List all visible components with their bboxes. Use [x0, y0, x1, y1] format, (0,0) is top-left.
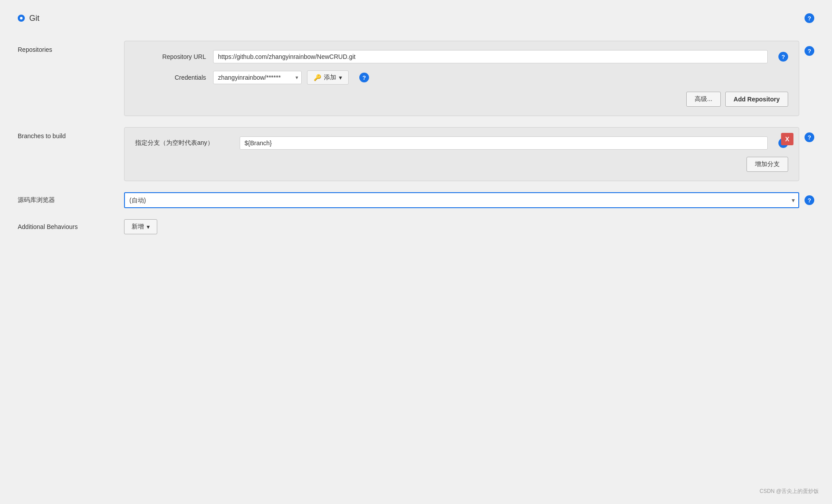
source-browser-select[interactable]: (自动)	[124, 192, 799, 208]
git-radio[interactable]	[18, 15, 25, 22]
branch-specifier-label: 指定分支（为空时代表any）	[135, 139, 233, 147]
credentials-select-wrapper: zhangyinrainbow/****** ▾	[213, 71, 302, 84]
page-title: Git	[29, 14, 39, 23]
branches-content: X 指定分支（为空时代表any） ? 增加分支	[124, 127, 799, 181]
repositories-content: Repository URL ? Credentials zhangyinrai…	[124, 41, 799, 116]
branches-section: Branches to build X 指定分支（为空时代表any） ? 增加分…	[18, 127, 814, 181]
credentials-label: Credentials	[135, 74, 206, 81]
git-title-row: Git	[18, 14, 39, 23]
page-header: Git ?	[18, 9, 814, 27]
add-credentials-arrow: ▾	[339, 74, 342, 81]
source-browser-label: 源码库浏览器	[18, 196, 124, 204]
repository-url-row: Repository URL ?	[135, 50, 788, 63]
watermark: CSDN @舌尖上的蛋炒饭	[759, 488, 819, 495]
repository-url-input[interactable]	[213, 50, 768, 63]
credentials-select[interactable]: zhangyinrainbow/******	[213, 71, 302, 84]
additional-behaviours-section: Additional Behaviours 新增 ▾	[18, 219, 814, 234]
delete-branch-button[interactable]: X	[781, 133, 793, 145]
source-browser-section: 源码库浏览器 (自动) ▾ ?	[18, 192, 814, 208]
branches-help-icon[interactable]: ?	[805, 132, 814, 142]
branch-button-group: 增加分支	[135, 157, 788, 172]
repo-url-help-icon[interactable]: ?	[778, 52, 788, 62]
repo-url-label: Repository URL	[135, 53, 206, 60]
new-behaviour-label: 新增	[132, 223, 144, 231]
repositories-help: ?	[805, 41, 814, 56]
new-behaviour-arrow: ▾	[147, 223, 150, 230]
repositories-help-icon[interactable]: ?	[805, 46, 814, 56]
add-credentials-label: 添加	[324, 74, 336, 81]
branch-input[interactable]	[240, 136, 768, 150]
add-credentials-emoji: 🔑	[314, 74, 321, 81]
page-container: Git ? Repositories Repository URL ? Cred…	[18, 9, 814, 234]
add-branch-button[interactable]: 增加分支	[746, 157, 788, 172]
branches-help: ?	[805, 127, 814, 142]
credentials-row: Credentials zhangyinrainbow/****** ▾ 🔑 添…	[135, 70, 788, 85]
source-browser-select-wrap: (自动) ▾	[124, 192, 799, 208]
repositories-label: Repositories	[18, 41, 124, 53]
repositories-section: Repositories Repository URL ? Credential…	[18, 41, 814, 116]
branch-row: 指定分支（为空时代表any） ?	[135, 136, 788, 150]
credentials-help-icon[interactable]: ?	[359, 73, 369, 82]
additional-behaviours-label: Additional Behaviours	[18, 223, 124, 230]
source-browser-help-icon[interactable]: ?	[805, 195, 814, 205]
branches-label: Branches to build	[18, 127, 124, 140]
credentials-controls: zhangyinrainbow/****** ▾ 🔑 添加 ▾	[213, 70, 349, 85]
add-repository-button[interactable]: Add Repository	[725, 92, 788, 107]
page-help-icon[interactable]: ?	[805, 13, 814, 23]
add-credentials-button[interactable]: 🔑 添加 ▾	[307, 70, 349, 85]
advanced-button[interactable]: 高级...	[686, 92, 721, 107]
repo-button-group: 高级... Add Repository	[135, 92, 788, 107]
new-behaviour-button[interactable]: 新增 ▾	[124, 219, 157, 234]
